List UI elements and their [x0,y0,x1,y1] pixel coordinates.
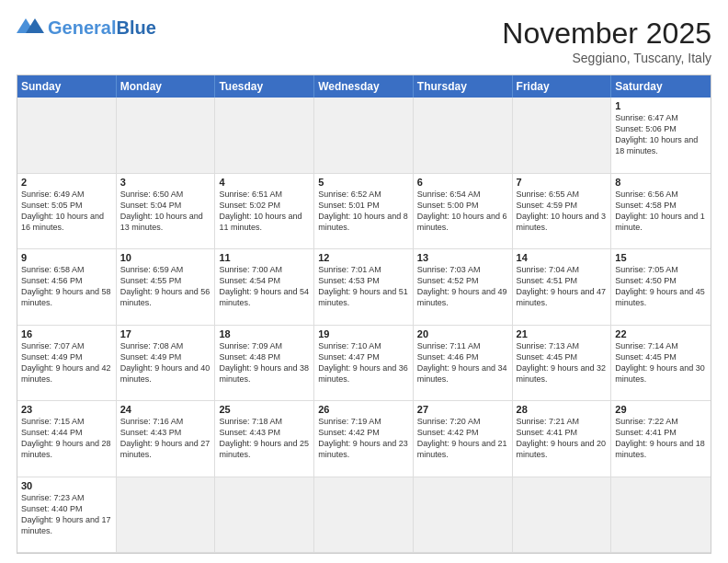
day-info: Sunrise: 6:47 AM Sunset: 5:06 PM Dayligh… [615,112,707,157]
day-number: 25 [219,404,310,415]
empty-cell [414,477,513,554]
day-info: Sunrise: 7:05 AM Sunset: 4:50 PM Dayligh… [615,264,707,309]
day-cell-30: 30Sunrise: 7:23 AM Sunset: 4:40 PM Dayli… [17,477,117,554]
empty-cell [215,477,314,554]
day-info: Sunrise: 7:07 AM Sunset: 4:49 PM Dayligh… [21,340,112,385]
day-number: 29 [615,404,707,415]
empty-cell [215,98,314,174]
day-cell-13: 13Sunrise: 7:03 AM Sunset: 4:52 PM Dayli… [414,249,513,326]
day-number: 6 [417,177,508,188]
day-number: 2 [21,177,112,188]
day-number: 5 [318,177,409,188]
calendar-header: SundayMondayTuesdayWednesdayThursdayFrid… [17,75,711,98]
day-cell-20: 20Sunrise: 7:11 AM Sunset: 4:46 PM Dayli… [414,326,513,402]
empty-cell [314,477,414,554]
month-title: November 2025 [502,17,711,51]
day-info: Sunrise: 7:18 AM Sunset: 4:43 PM Dayligh… [219,416,310,461]
day-number: 15 [615,252,707,263]
weekday-header-tuesday: Tuesday [215,75,314,98]
day-cell-12: 12Sunrise: 7:01 AM Sunset: 4:53 PM Dayli… [314,249,414,326]
weekday-header-friday: Friday [513,75,612,98]
day-cell-4: 4Sunrise: 6:51 AM Sunset: 5:02 PM Daylig… [215,174,314,250]
day-cell-2: 2Sunrise: 6:49 AM Sunset: 5:05 PM Daylig… [17,174,117,250]
day-number: 14 [517,252,608,263]
day-number: 11 [219,252,310,263]
day-number: 12 [318,252,409,263]
title-block: November 2025 Seggiano, Tuscany, Italy [502,17,711,65]
day-number: 27 [417,404,508,415]
day-cell-21: 21Sunrise: 7:13 AM Sunset: 4:45 PM Dayli… [513,326,612,402]
day-info: Sunrise: 6:50 AM Sunset: 5:04 PM Dayligh… [120,189,211,234]
day-info: Sunrise: 7:10 AM Sunset: 4:47 PM Dayligh… [318,340,409,385]
day-cell-18: 18Sunrise: 7:09 AM Sunset: 4:48 PM Dayli… [215,326,314,402]
day-cell-9: 9Sunrise: 6:58 AM Sunset: 4:56 PM Daylig… [17,249,117,326]
day-info: Sunrise: 7:21 AM Sunset: 4:41 PM Dayligh… [517,416,608,461]
day-number: 18 [219,328,310,339]
day-number: 13 [417,252,508,263]
empty-cell [117,477,216,554]
day-info: Sunrise: 7:23 AM Sunset: 4:40 PM Dayligh… [21,492,112,537]
empty-cell [513,477,612,554]
location: Seggiano, Tuscany, Italy [502,51,711,65]
page: GeneralBlue November 2025 Seggiano, Tusc… [0,0,728,563]
day-number: 7 [517,177,608,188]
day-number: 20 [417,328,508,339]
day-info: Sunrise: 7:13 AM Sunset: 4:45 PM Dayligh… [517,340,608,385]
day-info: Sunrise: 7:15 AM Sunset: 4:44 PM Dayligh… [21,416,112,461]
day-number: 16 [21,328,112,339]
day-number: 21 [517,328,608,339]
day-cell-26: 26Sunrise: 7:19 AM Sunset: 4:42 PM Dayli… [314,401,414,477]
weekday-header-wednesday: Wednesday [314,75,414,98]
day-cell-16: 16Sunrise: 7:07 AM Sunset: 4:49 PM Dayli… [17,326,117,402]
day-cell-8: 8Sunrise: 6:56 AM Sunset: 4:58 PM Daylig… [611,174,711,250]
day-info: Sunrise: 6:52 AM Sunset: 5:01 PM Dayligh… [318,189,409,234]
weekday-header-sunday: Sunday [17,75,117,98]
day-info: Sunrise: 6:51 AM Sunset: 5:02 PM Dayligh… [219,189,310,234]
day-cell-19: 19Sunrise: 7:10 AM Sunset: 4:47 PM Dayli… [314,326,414,402]
header: GeneralBlue November 2025 Seggiano, Tusc… [17,17,711,65]
day-info: Sunrise: 6:49 AM Sunset: 5:05 PM Dayligh… [21,189,112,234]
weekday-header-thursday: Thursday [414,75,513,98]
day-number: 10 [120,252,211,263]
day-number: 23 [21,404,112,415]
day-info: Sunrise: 7:14 AM Sunset: 4:45 PM Dayligh… [615,340,707,385]
day-info: Sunrise: 6:59 AM Sunset: 4:55 PM Dayligh… [120,264,211,309]
day-info: Sunrise: 7:20 AM Sunset: 4:42 PM Dayligh… [417,416,508,461]
day-info: Sunrise: 7:09 AM Sunset: 4:48 PM Dayligh… [219,340,310,385]
logo: GeneralBlue [17,17,156,39]
day-number: 8 [615,177,707,188]
day-cell-3: 3Sunrise: 6:50 AM Sunset: 5:04 PM Daylig… [117,174,216,250]
day-cell-23: 23Sunrise: 7:15 AM Sunset: 4:44 PM Dayli… [17,401,117,477]
day-info: Sunrise: 6:58 AM Sunset: 4:56 PM Dayligh… [21,264,112,309]
day-cell-17: 17Sunrise: 7:08 AM Sunset: 4:49 PM Dayli… [117,326,216,402]
day-cell-28: 28Sunrise: 7:21 AM Sunset: 4:41 PM Dayli… [513,401,612,477]
day-number: 4 [219,177,310,188]
day-number: 3 [120,177,211,188]
empty-cell [117,98,216,174]
day-info: Sunrise: 7:01 AM Sunset: 4:53 PM Dayligh… [318,264,409,309]
logo-text: GeneralBlue [48,17,156,39]
day-number: 28 [517,404,608,415]
day-info: Sunrise: 7:16 AM Sunset: 4:43 PM Dayligh… [120,416,211,461]
day-cell-24: 24Sunrise: 7:16 AM Sunset: 4:43 PM Dayli… [117,401,216,477]
day-cell-29: 29Sunrise: 7:22 AM Sunset: 4:41 PM Dayli… [611,401,711,477]
logo-blue: Blue [116,17,155,38]
day-info: Sunrise: 7:19 AM Sunset: 4:42 PM Dayligh… [318,416,409,461]
empty-cell [314,98,414,174]
day-cell-1: 1Sunrise: 6:47 AM Sunset: 5:06 PM Daylig… [611,98,711,174]
empty-cell [611,477,711,554]
day-cell-11: 11Sunrise: 7:00 AM Sunset: 4:54 PM Dayli… [215,249,314,326]
day-number: 9 [21,252,112,263]
day-cell-27: 27Sunrise: 7:20 AM Sunset: 4:42 PM Dayli… [414,401,513,477]
empty-cell [513,98,612,174]
day-number: 1 [615,100,707,111]
day-info: Sunrise: 7:22 AM Sunset: 4:41 PM Dayligh… [615,416,707,461]
day-info: Sunrise: 6:56 AM Sunset: 4:58 PM Dayligh… [615,189,707,234]
day-number: 26 [318,404,409,415]
day-cell-7: 7Sunrise: 6:55 AM Sunset: 4:59 PM Daylig… [513,174,612,250]
logo-general: General [48,17,116,38]
day-info: Sunrise: 7:00 AM Sunset: 4:54 PM Dayligh… [219,264,310,309]
day-number: 19 [318,328,409,339]
day-info: Sunrise: 7:08 AM Sunset: 4:49 PM Dayligh… [120,340,211,385]
day-cell-5: 5Sunrise: 6:52 AM Sunset: 5:01 PM Daylig… [314,174,414,250]
